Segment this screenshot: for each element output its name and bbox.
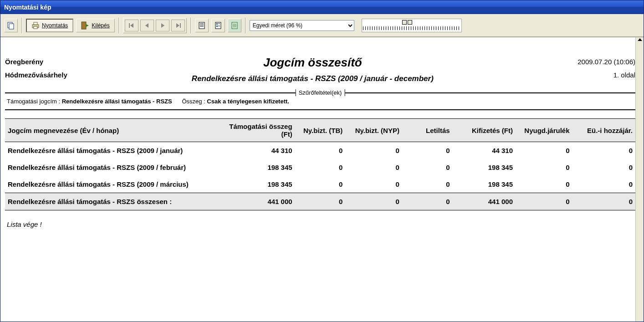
prev-page-button[interactable] <box>140 20 154 31</box>
view-single-page-button[interactable] <box>195 19 209 32</box>
org-name-top: Öregberény <box>5 56 67 69</box>
exit-button[interactable]: Kilépés <box>76 19 114 32</box>
svg-marker-8 <box>130 23 133 28</box>
filter2-label: Összeg : <box>182 98 207 105</box>
th-eu: Eü.-i hozzájár. <box>572 119 635 142</box>
fit-page-icon <box>231 22 238 29</box>
filter-box: Szűrőfeltétel(ek) Támogatási jogcím : Re… <box>5 92 635 110</box>
cell-nyp: 0 <box>345 176 402 193</box>
table-header-row: Jogcím megnevezése (Év / hónap) Támogatá… <box>5 119 635 142</box>
next-page-icon <box>160 23 165 28</box>
cell-name: Rendelkezésre állási támogatás - RSZS (2… <box>5 176 220 193</box>
cell-letiltas: 0 <box>402 176 453 193</box>
cell-tb: 0 <box>295 142 346 159</box>
svg-rect-3 <box>34 22 37 25</box>
prev-page-icon <box>144 23 150 28</box>
toolbar-separator <box>245 18 246 33</box>
view-fit-button[interactable] <box>228 19 241 32</box>
report-title: Jogcím összesítő <box>67 56 558 70</box>
svg-marker-10 <box>161 23 164 28</box>
th-kifiz: Kifizetés (Ft) <box>453 119 516 142</box>
cell-amount: 441 000 <box>220 193 295 210</box>
scroll-up-icon <box>638 38 642 41</box>
first-page-icon <box>129 23 134 28</box>
ruler-handle-right[interactable] <box>408 20 412 25</box>
svg-rect-5 <box>82 22 86 29</box>
cell-eu: 0 <box>572 142 635 159</box>
cell-letiltas: 0 <box>402 193 453 210</box>
report-subtitle: Rendelkezésre állási támogatás - RSZS (2… <box>67 74 558 83</box>
cell-eu: 0 <box>572 176 635 193</box>
th-letiltas: Letiltás <box>402 119 453 142</box>
report-page: Öregberény Hódmezővásárhely Jogcím össze… <box>0 37 644 247</box>
cell-kifiz: 198 345 <box>453 176 516 193</box>
cell-amount: 198 345 <box>220 176 295 193</box>
svg-rect-17 <box>215 22 221 29</box>
next-page-button[interactable] <box>156 20 169 31</box>
filter1-label: Támogatási jogcím : <box>7 98 62 105</box>
cell-name: Rendelkezésre állási támogatás - RSZS ös… <box>5 193 220 210</box>
cell-tb: 0 <box>295 159 346 176</box>
svg-marker-9 <box>145 23 148 28</box>
title-bar: Nyomtatási kép <box>0 0 644 14</box>
cell-tb: 0 <box>295 176 346 193</box>
svg-marker-11 <box>176 23 179 28</box>
cell-amount: 44 310 <box>220 142 295 159</box>
cell-nyugd: 0 <box>516 159 572 176</box>
list-end: Lista vége ! <box>7 220 634 228</box>
table-row: Rendelkezésre állási támogatás - RSZS (2… <box>5 142 635 159</box>
copy-button[interactable] <box>4 19 18 32</box>
svg-rect-20 <box>216 26 218 27</box>
nav-group <box>123 18 187 33</box>
cell-eu: 0 <box>572 193 635 210</box>
window-title: Nyomtatási kép <box>4 4 51 11</box>
cell-nyp: 0 <box>345 159 402 176</box>
filter2-value: Csak a ténylegesen kifizetett. <box>207 98 289 105</box>
cell-amount: 198 345 <box>220 159 295 176</box>
toolbar-separator <box>21 18 22 33</box>
single-page-icon <box>199 22 205 29</box>
first-page-button[interactable] <box>125 20 138 31</box>
svg-rect-13 <box>199 22 204 29</box>
report-page-number: 1. oldal <box>558 69 635 82</box>
print-preview-window: Nyomtatási kép Nyomtatás Kilépés <box>0 0 644 322</box>
svg-rect-12 <box>180 23 181 28</box>
ruler-handle-left[interactable] <box>402 20 407 25</box>
copy-icon <box>7 21 15 30</box>
report-org: Öregberény Hódmezővásárhely <box>5 56 67 82</box>
org-name-bottom: Hódmezővásárhely <box>5 69 67 82</box>
form-page-icon <box>215 22 221 29</box>
th-amount: Támogatási összeg (Ft) <box>220 119 295 142</box>
zoom-select[interactable]: Egyedi méret (96 %) <box>250 20 354 31</box>
cell-nyugd: 0 <box>516 142 572 159</box>
cell-kifiz: 441 000 <box>453 193 516 210</box>
table-row: Rendelkezésre állási támogatás - RSZS (2… <box>5 176 635 193</box>
vertical-scrollbar[interactable] <box>635 37 644 322</box>
th-tb: Ny.bizt. (TB) <box>295 119 346 142</box>
th-name: Jogcím megnevezése (Év / hónap) <box>5 119 220 142</box>
th-nyugd: Nyugd.járulék <box>516 119 572 142</box>
report-table: Jogcím megnevezése (Év / hónap) Támogatá… <box>5 118 635 210</box>
last-page-button[interactable] <box>171 20 185 31</box>
cell-kifiz: 198 345 <box>453 159 516 176</box>
toolbar-separator <box>118 18 119 33</box>
exit-icon <box>81 21 89 30</box>
filter1-value: Rendelkezésre állási támogatás - RSZS <box>62 98 172 105</box>
margin-ruler[interactable] <box>362 19 462 32</box>
report-header: Öregberény Hódmezővásárhely Jogcím össze… <box>5 56 635 83</box>
cell-nyp: 0 <box>345 142 402 159</box>
table-total-row: Rendelkezésre állási támogatás - RSZS ös… <box>5 193 635 210</box>
print-button[interactable]: Nyomtatás <box>26 19 73 32</box>
view-form-button[interactable] <box>211 19 225 32</box>
filter-legend: Szűrőfeltétel(ek) <box>296 89 345 96</box>
report-datetime: 2009.07.20 (10:06) <box>558 56 635 69</box>
svg-rect-7 <box>129 23 130 28</box>
cell-kifiz: 44 310 <box>453 142 516 159</box>
cell-name: Rendelkezésre állási támogatás - RSZS (2… <box>5 142 220 159</box>
cell-name: Rendelkezésre állási támogatás - RSZS (2… <box>5 159 220 176</box>
svg-rect-18 <box>216 23 218 25</box>
toolbar-separator <box>190 18 191 33</box>
svg-rect-1 <box>9 24 14 29</box>
svg-marker-6 <box>86 24 89 27</box>
cell-letiltas: 0 <box>402 159 453 176</box>
